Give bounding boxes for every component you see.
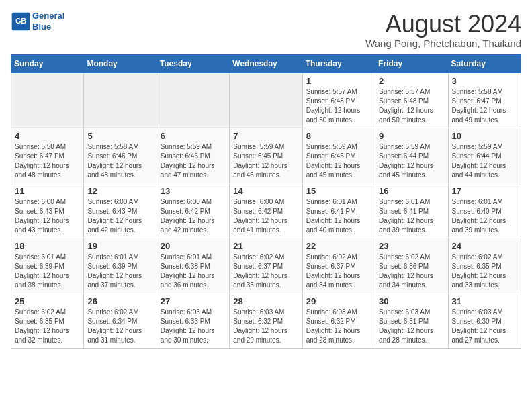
calendar-cell xyxy=(11,73,84,128)
calendar-cell: 30Sunrise: 6:03 AM Sunset: 6:31 PM Dayli… xyxy=(375,293,448,348)
calendar-cell: 17Sunrise: 6:01 AM Sunset: 6:40 PM Dayli… xyxy=(448,183,521,238)
calendar-header-row: SundayMondayTuesdayWednesdayThursdayFrid… xyxy=(11,54,521,73)
calendar-cell: 23Sunrise: 6:02 AM Sunset: 6:36 PM Dayli… xyxy=(375,238,448,293)
calendar-cell: 16Sunrise: 6:01 AM Sunset: 6:41 PM Dayli… xyxy=(375,183,448,238)
cell-date: 28 xyxy=(233,296,298,306)
cell-date: 13 xyxy=(161,186,226,196)
calendar-cell: 27Sunrise: 6:03 AM Sunset: 6:33 PM Dayli… xyxy=(157,293,229,348)
cell-date: 25 xyxy=(15,296,80,306)
calendar-cell: 14Sunrise: 6:00 AM Sunset: 6:42 PM Dayli… xyxy=(230,183,302,238)
calendar-cell: 20Sunrise: 6:01 AM Sunset: 6:38 PM Dayli… xyxy=(157,238,229,293)
title-block: August 2024 Wang Pong, Phetchabun, Thail… xyxy=(365,11,521,49)
calendar-week-3: 11Sunrise: 6:00 AM Sunset: 6:43 PM Dayli… xyxy=(11,183,521,238)
cell-info: Sunrise: 6:01 AM Sunset: 6:41 PM Dayligh… xyxy=(379,197,444,235)
calendar-cell: 15Sunrise: 6:01 AM Sunset: 6:41 PM Dayli… xyxy=(302,183,375,238)
page-header: GB General Blue August 2024 Wang Pong, P… xyxy=(11,11,521,49)
calendar-cell: 7Sunrise: 5:59 AM Sunset: 6:45 PM Daylig… xyxy=(230,128,302,183)
cell-date: 15 xyxy=(306,186,371,196)
calendar-cell: 19Sunrise: 6:01 AM Sunset: 6:39 PM Dayli… xyxy=(84,238,157,293)
cell-info: Sunrise: 6:03 AM Sunset: 6:33 PM Dayligh… xyxy=(161,308,226,345)
cell-info: Sunrise: 6:02 AM Sunset: 6:35 PM Dayligh… xyxy=(452,253,517,290)
calendar-week-4: 18Sunrise: 6:01 AM Sunset: 6:39 PM Dayli… xyxy=(11,238,521,293)
calendar-cell: 25Sunrise: 6:02 AM Sunset: 6:35 PM Dayli… xyxy=(11,293,84,348)
cell-date: 18 xyxy=(15,241,80,251)
cell-info: Sunrise: 5:58 AM Sunset: 6:46 PM Dayligh… xyxy=(87,142,152,180)
cell-info: Sunrise: 5:59 AM Sunset: 6:44 PM Dayligh… xyxy=(379,142,444,180)
calendar-cell: 9Sunrise: 5:59 AM Sunset: 6:44 PM Daylig… xyxy=(375,128,448,183)
cell-date: 22 xyxy=(306,241,371,251)
cell-date: 6 xyxy=(161,131,226,141)
cell-date: 14 xyxy=(233,186,298,196)
cell-date: 20 xyxy=(161,241,226,251)
cell-info: Sunrise: 6:01 AM Sunset: 6:39 PM Dayligh… xyxy=(15,253,80,290)
cell-date: 16 xyxy=(379,186,444,196)
main-title: August 2024 xyxy=(365,11,521,38)
cell-info: Sunrise: 5:59 AM Sunset: 6:45 PM Dayligh… xyxy=(306,142,371,180)
cell-date: 26 xyxy=(87,296,152,306)
calendar-cell xyxy=(157,73,229,128)
cell-date: 21 xyxy=(233,241,298,251)
cell-date: 27 xyxy=(161,296,226,306)
cell-info: Sunrise: 6:03 AM Sunset: 6:31 PM Dayligh… xyxy=(379,308,444,345)
cell-date: 2 xyxy=(379,76,444,86)
calendar-week-2: 4Sunrise: 5:58 AM Sunset: 6:47 PM Daylig… xyxy=(11,128,521,183)
cell-info: Sunrise: 6:02 AM Sunset: 6:37 PM Dayligh… xyxy=(306,253,371,290)
calendar-cell: 29Sunrise: 6:03 AM Sunset: 6:32 PM Dayli… xyxy=(302,293,375,348)
cell-info: Sunrise: 6:00 AM Sunset: 6:42 PM Dayligh… xyxy=(161,197,226,235)
cell-info: Sunrise: 6:02 AM Sunset: 6:35 PM Dayligh… xyxy=(15,308,80,345)
calendar-cell: 3Sunrise: 5:58 AM Sunset: 6:47 PM Daylig… xyxy=(448,73,521,128)
logo: GB General Blue xyxy=(11,11,64,32)
calendar-cell: 21Sunrise: 6:02 AM Sunset: 6:37 PM Dayli… xyxy=(230,238,302,293)
calendar-cell: 24Sunrise: 6:02 AM Sunset: 6:35 PM Dayli… xyxy=(448,238,521,293)
calendar-week-5: 25Sunrise: 6:02 AM Sunset: 6:35 PM Dayli… xyxy=(11,293,521,348)
cell-info: Sunrise: 5:58 AM Sunset: 6:47 PM Dayligh… xyxy=(452,87,517,125)
day-header-wednesday: Wednesday xyxy=(230,54,302,73)
day-header-saturday: Saturday xyxy=(448,54,521,73)
cell-info: Sunrise: 6:03 AM Sunset: 6:30 PM Dayligh… xyxy=(452,308,517,345)
cell-date: 11 xyxy=(15,186,80,196)
day-header-sunday: Sunday xyxy=(11,54,84,73)
cell-date: 24 xyxy=(452,241,517,251)
day-header-friday: Friday xyxy=(375,54,448,73)
logo-text: General Blue xyxy=(32,11,64,32)
cell-date: 30 xyxy=(379,296,444,306)
calendar-cell: 6Sunrise: 5:59 AM Sunset: 6:46 PM Daylig… xyxy=(157,128,229,183)
calendar-cell: 1Sunrise: 5:57 AM Sunset: 6:48 PM Daylig… xyxy=(302,73,375,128)
day-header-monday: Monday xyxy=(84,54,157,73)
cell-info: Sunrise: 6:00 AM Sunset: 6:43 PM Dayligh… xyxy=(87,197,152,235)
cell-date: 12 xyxy=(87,186,152,196)
cell-info: Sunrise: 6:01 AM Sunset: 6:39 PM Dayligh… xyxy=(87,253,152,290)
calendar-cell: 13Sunrise: 6:00 AM Sunset: 6:42 PM Dayli… xyxy=(157,183,229,238)
calendar-cell: 10Sunrise: 5:59 AM Sunset: 6:44 PM Dayli… xyxy=(448,128,521,183)
cell-date: 1 xyxy=(306,76,371,86)
cell-date: 7 xyxy=(233,131,298,141)
calendar-cell: 12Sunrise: 6:00 AM Sunset: 6:43 PM Dayli… xyxy=(84,183,157,238)
svg-text:GB: GB xyxy=(15,17,26,25)
cell-date: 19 xyxy=(87,241,152,251)
calendar-cell: 22Sunrise: 6:02 AM Sunset: 6:37 PM Dayli… xyxy=(302,238,375,293)
calendar-cell xyxy=(84,73,157,128)
calendar-cell: 18Sunrise: 6:01 AM Sunset: 6:39 PM Dayli… xyxy=(11,238,84,293)
cell-date: 23 xyxy=(379,241,444,251)
cell-info: Sunrise: 6:02 AM Sunset: 6:37 PM Dayligh… xyxy=(233,253,298,290)
day-header-tuesday: Tuesday xyxy=(157,54,229,73)
cell-date: 3 xyxy=(452,76,517,86)
subtitle: Wang Pong, Phetchabun, Thailand xyxy=(365,38,521,49)
cell-date: 10 xyxy=(452,131,517,141)
cell-info: Sunrise: 5:59 AM Sunset: 6:45 PM Dayligh… xyxy=(233,142,298,180)
calendar-cell: 11Sunrise: 6:00 AM Sunset: 6:43 PM Dayli… xyxy=(11,183,84,238)
cell-date: 31 xyxy=(452,296,517,306)
cell-info: Sunrise: 6:03 AM Sunset: 6:32 PM Dayligh… xyxy=(233,308,298,345)
cell-info: Sunrise: 5:57 AM Sunset: 6:48 PM Dayligh… xyxy=(379,87,444,125)
cell-info: Sunrise: 6:01 AM Sunset: 6:41 PM Dayligh… xyxy=(306,197,371,235)
cell-date: 4 xyxy=(15,131,80,141)
cell-date: 5 xyxy=(87,131,152,141)
cell-info: Sunrise: 5:57 AM Sunset: 6:48 PM Dayligh… xyxy=(306,87,371,125)
logo-line2: Blue xyxy=(32,21,51,32)
calendar-cell: 2Sunrise: 5:57 AM Sunset: 6:48 PM Daylig… xyxy=(375,73,448,128)
cell-date: 8 xyxy=(306,131,371,141)
calendar-cell: 4Sunrise: 5:58 AM Sunset: 6:47 PM Daylig… xyxy=(11,128,84,183)
cell-date: 17 xyxy=(452,186,517,196)
cell-info: Sunrise: 6:00 AM Sunset: 6:42 PM Dayligh… xyxy=(233,197,298,235)
cell-info: Sunrise: 6:01 AM Sunset: 6:40 PM Dayligh… xyxy=(452,197,517,235)
